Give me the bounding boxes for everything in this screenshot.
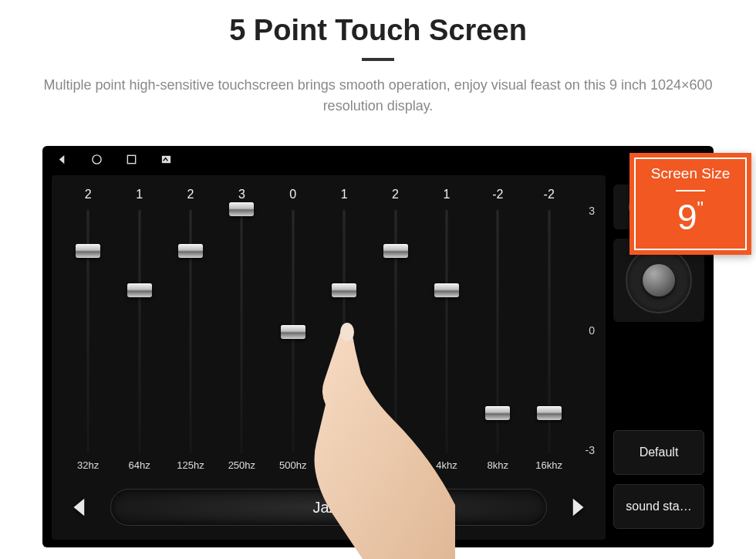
eq-slider[interactable] [392,209,400,455]
eq-slider[interactable] [289,209,297,455]
eq-slider[interactable] [494,209,501,455]
slider-thumb[interactable] [229,202,254,216]
eq-slider[interactable] [545,209,553,455]
band-value: -2 [492,188,503,205]
band-value: 1 [443,188,450,205]
eq-band-4khz: 14khz [424,188,469,475]
band-freq: 250hz [228,459,255,475]
slider-thumb[interactable] [178,244,203,258]
page-title: 5 Point Touch Screen [0,14,756,47]
band-freq: 4khz [436,459,457,475]
gallery-icon[interactable] [160,154,172,168]
eq-slider[interactable] [187,209,194,455]
svg-point-0 [93,154,101,163]
android-nav-bar [56,152,700,169]
scale-min: -3 [575,444,595,456]
equalizer-panel: 232hz164hz2125hz3250hz0500hz11khz22khz14… [52,175,606,540]
eq-band-16khz: -216khz [527,188,572,475]
scale-mid: 0 [575,324,595,337]
slider-thumb[interactable] [383,244,408,258]
eq-slider[interactable] [136,209,143,455]
svg-rect-1 [127,155,135,163]
band-freq: 8khz [488,459,508,475]
band-value: 2 [187,188,194,205]
band-value: 0 [289,188,296,205]
device-screen: 232hz164hz2125hz3250hz0500hz11khz22khz14… [42,146,714,547]
badge-value: 9" [639,199,742,235]
band-freq: 1khz [333,459,354,475]
band-freq: 64hz [128,459,150,475]
band-freq: 32hz [77,459,99,475]
page-subtitle: Multiple point high-sensitive touchscree… [42,75,714,117]
recents-icon[interactable] [126,154,137,168]
band-freq: 500hz [279,459,306,475]
eq-slider[interactable] [84,209,92,455]
band-freq: 125hz [177,459,204,475]
slider-thumb[interactable] [434,283,459,297]
title-underline [362,58,394,61]
eq-band-64hz: 164hz [117,188,162,475]
eq-slider[interactable] [443,209,451,455]
eq-band-8khz: -28khz [475,188,520,475]
band-value: 2 [392,188,399,205]
preset-display[interactable]: Jazz [110,489,547,526]
eq-band-250hz: 3250hz [219,188,264,475]
band-value: -2 [544,188,555,205]
eq-band-32hz: 232hz [66,188,110,475]
slider-thumb[interactable] [127,283,152,297]
band-freq: 16khz [535,459,562,475]
slider-thumb[interactable] [537,406,562,420]
band-value: 1 [341,188,348,205]
preset-prev-button[interactable] [62,490,96,524]
slider-thumb[interactable] [485,406,510,420]
eq-scale: 3 0 -3 [575,185,595,475]
band-value: 2 [85,188,92,205]
eq-slider[interactable] [340,209,348,455]
sound-stage-button[interactable]: sound sta… [613,484,704,529]
slider-thumb[interactable] [281,325,305,339]
band-value: 1 [136,188,143,205]
back-icon[interactable] [56,154,68,168]
eq-band-125hz: 2125hz [168,188,213,475]
scale-max: 3 [575,205,595,217]
slider-thumb[interactable] [76,244,100,258]
eq-band-1khz: 11khz [322,188,366,475]
eq-slider[interactable] [238,209,245,455]
screen-size-badge: Screen Size 9" [629,153,751,255]
band-freq: 2khz [385,459,406,475]
slider-thumb[interactable] [332,283,356,297]
default-button[interactable]: Default [613,430,704,475]
eq-band-2khz: 22khz [373,188,418,475]
badge-label: Screen Size [639,165,742,182]
preset-next-button[interactable] [561,490,595,524]
eq-band-500hz: 0500hz [271,188,316,475]
home-icon[interactable] [91,154,103,168]
